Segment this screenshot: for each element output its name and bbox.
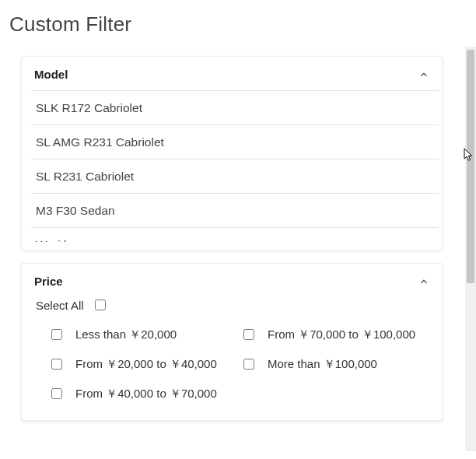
model-header[interactable]: Model (22, 57, 442, 90)
price-option-checkbox[interactable] (243, 329, 254, 340)
select-all-row: Select All (22, 297, 442, 317)
price-header-label: Price (34, 275, 63, 288)
price-option-label: Less than ￥20,000 (75, 328, 177, 342)
list-item[interactable]: SL R231 Cabriolet (31, 159, 439, 194)
price-section: Price Select All Less than ￥20,000 From … (21, 263, 443, 421)
price-option-label: From ￥40,000 to ￥70,000 (75, 387, 217, 401)
list-item[interactable]: M3 F30 Sedan (31, 194, 439, 228)
filter-panel-scroll[interactable]: Model SLK R172 Cabriolet SL AMG R231 Cab… (13, 47, 450, 451)
chevron-up-icon (418, 69, 429, 80)
model-header-label: Model (34, 68, 68, 81)
price-option[interactable]: From ￥20,000 to ￥40,000 (48, 356, 237, 372)
price-option-label: From ￥20,000 to ￥40,000 (75, 357, 217, 372)
price-options: Less than ￥20,000 From ￥70,000 to ￥100,0… (22, 317, 442, 420)
price-option-checkbox[interactable] (51, 388, 62, 399)
list-item[interactable]: Wraith (31, 228, 439, 242)
price-option[interactable]: From ￥40,000 to ￥70,000 (48, 386, 237, 401)
select-all-checkbox[interactable] (95, 300, 106, 310)
model-section: Model SLK R172 Cabriolet SL AMG R231 Cab… (21, 56, 443, 251)
price-option-label: More than ￥100,000 (268, 357, 377, 372)
price-option[interactable]: Less than ￥20,000 (48, 327, 237, 342)
model-list-scroll[interactable]: SLK R172 Cabriolet SL AMG R231 Cabriolet… (31, 90, 439, 242)
price-option-checkbox[interactable] (51, 359, 62, 370)
price-option-checkbox[interactable] (243, 359, 254, 370)
price-option[interactable]: More than ￥100,000 (240, 356, 429, 372)
price-option-checkbox[interactable] (51, 329, 62, 340)
price-option-label: From ￥70,000 to ￥100,000 (268, 328, 415, 342)
price-header[interactable]: Price (22, 264, 442, 297)
list-item[interactable]: SL AMG R231 Cabriolet (31, 125, 439, 159)
chevron-up-icon (418, 276, 429, 287)
select-all-label: Select All (36, 299, 84, 312)
price-option[interactable]: From ￥70,000 to ￥100,000 (240, 327, 429, 342)
page-title: Custom Filter (0, 0, 476, 43)
window-scrollbar[interactable] (465, 47, 476, 451)
scrollbar-thumb[interactable] (467, 50, 474, 283)
list-item[interactable]: SLK R172 Cabriolet (31, 90, 439, 125)
